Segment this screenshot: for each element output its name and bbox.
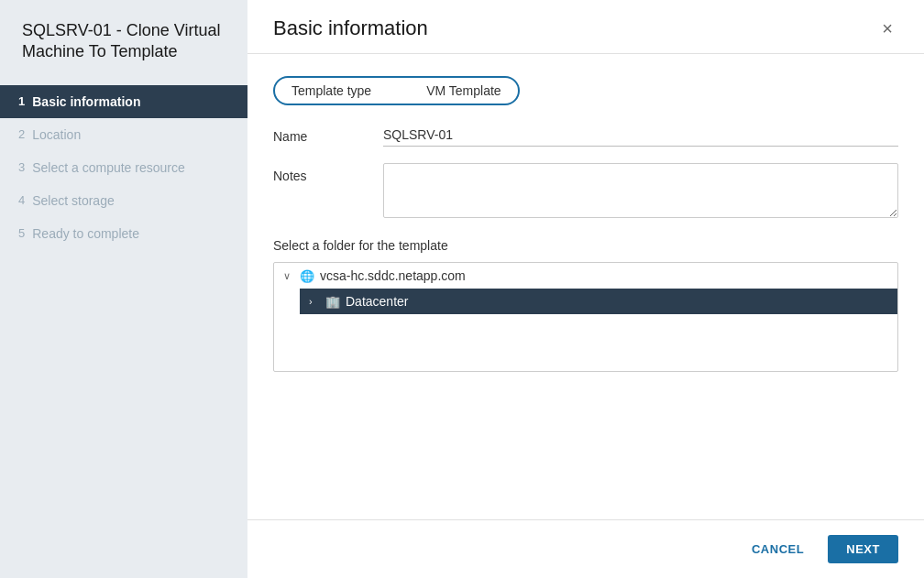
name-input[interactable]: [383, 124, 898, 147]
tree-child-chevron: ›: [309, 296, 322, 307]
template-type-row: Template type VM Template: [273, 76, 898, 105]
step-label: Select storage: [32, 193, 115, 208]
main-header: Basic information ×: [248, 0, 924, 54]
notes-textarea[interactable]: [383, 163, 898, 218]
page-title: Basic information: [273, 16, 428, 40]
tree-child-label: Datacenter: [346, 294, 408, 309]
tree-root-icon: 🌐: [300, 269, 314, 283]
folder-label: Select a folder for the template: [273, 238, 898, 253]
step-label: Location: [32, 127, 81, 142]
step-num: 2: [18, 127, 25, 141]
main-footer: CANCEL NEXT: [248, 519, 924, 578]
tree-children: › 🏢 Datacenter: [274, 289, 897, 314]
sidebar-step-3: 3Select a compute resource: [0, 151, 248, 184]
sidebar-steps: 1Basic information2Location3Select a com…: [0, 78, 248, 578]
tree-root-chevron: ∨: [283, 270, 296, 282]
notes-row: Notes: [273, 163, 898, 222]
cancel-button[interactable]: CANCEL: [739, 535, 817, 563]
sidebar-step-4: 4Select storage: [0, 184, 248, 217]
close-button[interactable]: ×: [876, 17, 898, 39]
name-row: Name: [273, 124, 898, 147]
folder-tree[interactable]: ∨ 🌐 vcsa-hc.sddc.netapp.com › 🏢 Datacent…: [273, 262, 898, 372]
clone-vm-dialog: SQLSRV-01 - Clone Virtual Machine To Tem…: [0, 0, 924, 578]
template-type-label: Template type: [292, 83, 371, 98]
template-type-pill: Template type VM Template: [273, 76, 520, 105]
step-num: 4: [18, 193, 25, 207]
sidebar-step-1[interactable]: 1Basic information: [0, 85, 248, 118]
next-button[interactable]: NEXT: [828, 535, 898, 563]
template-type-value: VM Template: [426, 83, 500, 98]
tree-child-icon: 🏢: [325, 295, 340, 309]
main-panel: Basic information × Template type VM Tem…: [248, 0, 924, 578]
step-num: 3: [18, 160, 25, 174]
notes-field-wrapper: [383, 163, 898, 222]
step-label: Ready to complete: [32, 226, 139, 241]
sidebar: SQLSRV-01 - Clone Virtual Machine To Tem…: [0, 0, 248, 578]
step-num: 1: [18, 94, 25, 108]
step-label: Basic information: [32, 94, 140, 109]
tree-child-datacenter[interactable]: › 🏢 Datacenter: [300, 289, 897, 314]
main-body: Template type VM Template Name Notes Sel…: [248, 54, 924, 519]
sidebar-step-5: 5Ready to complete: [0, 217, 248, 250]
tree-root-label: vcsa-hc.sddc.netapp.com: [320, 268, 466, 283]
step-num: 5: [18, 226, 25, 240]
name-label: Name: [273, 124, 383, 144]
sidebar-title: SQLSRV-01 - Clone Virtual Machine To Tem…: [0, 0, 248, 78]
sidebar-step-2: 2Location: [0, 118, 248, 151]
tree-root-item[interactable]: ∨ 🌐 vcsa-hc.sddc.netapp.com: [274, 263, 897, 289]
notes-label: Notes: [273, 163, 383, 183]
name-field-wrapper: [383, 124, 898, 147]
step-label: Select a compute resource: [32, 160, 185, 175]
